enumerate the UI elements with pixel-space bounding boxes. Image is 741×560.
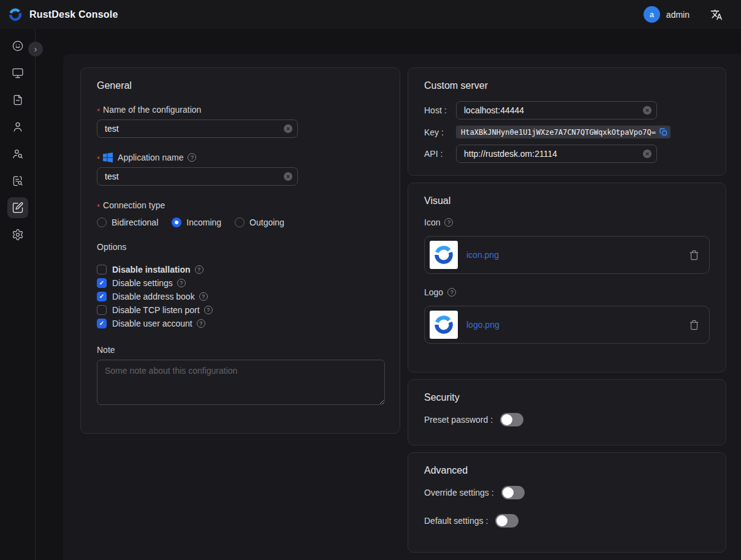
user-avatar[interactable]: a (644, 6, 660, 23)
main-content: General * Name of the configuration ✕ * … (63, 54, 741, 560)
sidebar-item-audit[interactable] (7, 170, 28, 191)
sidebar-item-devices[interactable] (7, 62, 28, 83)
logo-file-link[interactable]: logo.png (466, 320, 500, 330)
audit-log-icon (12, 175, 24, 187)
note-label: Note (97, 345, 384, 355)
sidebar-item-configurations[interactable] (7, 197, 28, 218)
checkbox-icon[interactable]: ✓ (97, 265, 107, 274)
clear-icon[interactable]: ✕ (284, 172, 292, 181)
sidebar-item-users[interactable] (7, 116, 28, 137)
clear-icon[interactable]: ✕ (284, 124, 292, 133)
sidebar-item-dashboard[interactable] (7, 36, 28, 56)
required-mark: * (97, 202, 100, 211)
custom-server-title: Custom server (424, 80, 710, 91)
help-icon[interactable]: ? (195, 265, 203, 274)
general-card: General * Name of the configuration ✕ * … (80, 67, 400, 434)
override-settings-toggle[interactable] (501, 486, 525, 499)
host-label: Host : (424, 105, 456, 115)
help-icon[interactable]: ? (447, 288, 456, 297)
application-name-label: * Application name ? (97, 153, 384, 162)
help-icon[interactable]: ? (444, 218, 453, 227)
option-disable-user-account[interactable]: ✓ Disable user account? (97, 317, 384, 330)
logo-label: Logo ? (424, 287, 710, 297)
visual-title: Visual (424, 195, 710, 206)
override-settings-label: Override settings : (424, 488, 494, 498)
server-key-value: HtaXBkJNHyn0e1U1jWXze7A7CN7QTGWqxkOtpaVp… (461, 128, 656, 137)
sidebar-item-groups[interactable] (7, 143, 28, 164)
topbar: RustDesk Console a admin (0, 0, 741, 29)
connection-type-label: * Connection type (97, 200, 384, 210)
checkbox-icon[interactable]: ✓ (97, 319, 107, 328)
option-disable-address-book[interactable]: ✓ Disable address book? (97, 290, 384, 303)
required-mark: * (97, 154, 100, 164)
clear-icon[interactable]: ✕ (643, 149, 652, 158)
radio-bidirectional[interactable]: Bidirectional (97, 218, 158, 227)
checkbox-icon[interactable]: ✓ (97, 292, 107, 301)
connection-type-group: Bidirectional Incoming Outgoing (97, 218, 384, 227)
default-settings-label: Default settings : (424, 516, 488, 526)
security-title: Security (424, 392, 710, 403)
document-icon (12, 94, 24, 106)
preset-password-label: Preset password : (424, 415, 493, 425)
preset-password-toggle[interactable] (500, 413, 523, 426)
api-input[interactable] (456, 145, 657, 163)
sidebar (0, 29, 36, 560)
sidebar-item-sessions[interactable] (7, 89, 28, 110)
icon-file-link[interactable]: icon.png (466, 250, 499, 260)
brand: RustDesk Console (7, 7, 118, 23)
note-textarea[interactable] (97, 360, 385, 405)
edit-icon (12, 202, 24, 214)
copy-icon[interactable] (659, 127, 669, 137)
radio-outgoing[interactable]: Outgoing (235, 218, 284, 227)
key-label: Key : (424, 127, 456, 137)
user-name[interactable]: admin (666, 10, 690, 20)
trash-icon[interactable] (689, 320, 699, 330)
config-name-input[interactable] (97, 119, 298, 138)
custom-server-card: Custom server Host : ✕ Key : HtaXBkJNHyn… (408, 67, 726, 176)
radio-incoming[interactable]: Incoming (172, 218, 221, 227)
radio-icon[interactable] (97, 218, 107, 227)
help-icon[interactable]: ? (204, 306, 213, 314)
advanced-title: Advanced (424, 465, 710, 476)
logo-file-row: logo.png (424, 306, 710, 344)
checkbox-icon[interactable]: ✓ (97, 278, 107, 288)
general-card-title: General (97, 80, 384, 91)
radio-icon[interactable] (235, 218, 245, 227)
smiley-icon (12, 40, 24, 52)
settings-icon (12, 229, 24, 241)
option-disable-settings[interactable]: ✓ Disable settings? (97, 276, 384, 290)
application-name-input[interactable] (97, 167, 298, 186)
api-label: API : (424, 149, 456, 159)
rustdesk-logo-icon (7, 7, 23, 23)
user-icon (12, 121, 24, 133)
security-card: Security Preset password : (408, 379, 726, 445)
sidebar-item-settings[interactable] (7, 224, 28, 245)
option-disable-installation[interactable]: ✓ Disable installation? (97, 263, 384, 276)
app-title: RustDesk Console (29, 9, 118, 20)
translate-icon[interactable] (710, 9, 723, 21)
icon-thumbnail (430, 241, 458, 269)
trash-icon[interactable] (689, 250, 699, 260)
option-disable-tcp-listen-port[interactable]: ✓ Disable TCP listen port? (97, 303, 384, 317)
required-mark: * (97, 107, 100, 116)
help-icon[interactable]: ? (199, 292, 208, 301)
default-settings-toggle[interactable] (495, 514, 519, 528)
server-key-chip: HtaXBkJNHyn0e1U1jWXze7A7CN7QTGWqxkOtpaVp… (456, 126, 671, 138)
sidebar-expand-button[interactable]: › (28, 42, 43, 56)
help-icon[interactable]: ? (197, 319, 205, 328)
windows-logo-icon (103, 153, 113, 162)
config-name-label: * Name of the configuration (97, 105, 384, 115)
options-label: Options (97, 242, 384, 252)
clear-icon[interactable]: ✕ (643, 106, 652, 115)
checkbox-icon[interactable]: ✓ (97, 305, 107, 315)
visual-card: Visual Icon ? icon.png (408, 183, 726, 373)
help-icon[interactable]: ? (177, 279, 186, 287)
host-input[interactable] (456, 101, 657, 119)
options-list: ✓ Disable installation? ✓ Disable settin… (97, 263, 384, 330)
help-icon[interactable]: ? (188, 153, 196, 162)
radio-icon[interactable] (172, 218, 181, 227)
icon-label: Icon ? (424, 218, 710, 227)
avatar-initial: a (650, 10, 654, 19)
logo-thumbnail (430, 311, 458, 339)
monitor-icon (12, 67, 24, 79)
